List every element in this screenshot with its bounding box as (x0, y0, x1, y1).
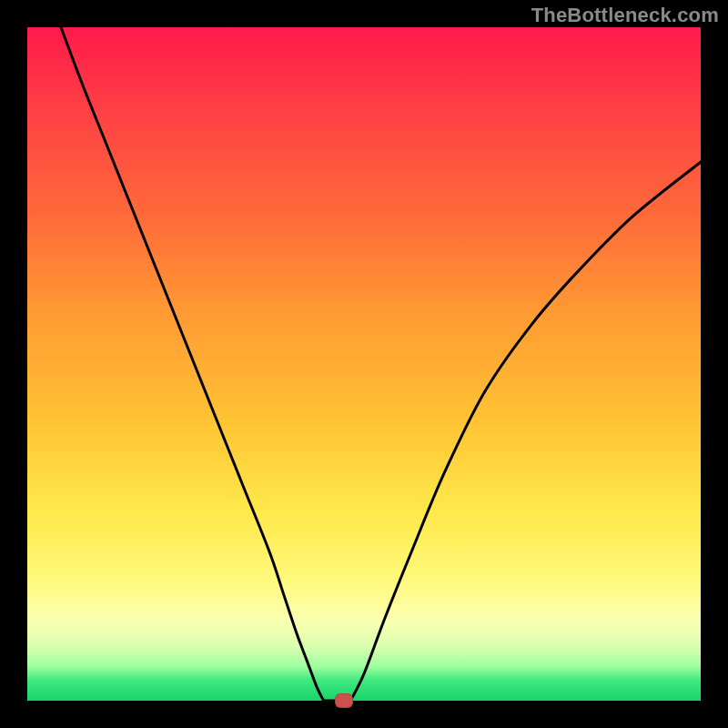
curve-svg (27, 27, 701, 701)
watermark-text: TheBottleneck.com (531, 4, 719, 27)
plot-area (27, 27, 701, 701)
optimal-point-marker (335, 693, 353, 708)
bottleneck-curve (61, 27, 701, 701)
chart-frame: TheBottleneck.com (0, 0, 728, 728)
